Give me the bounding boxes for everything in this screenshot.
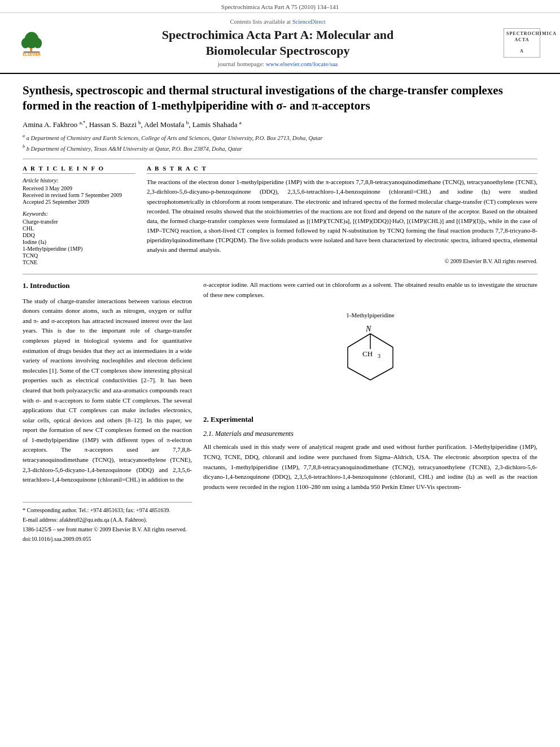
affiliation-b: b b Department of Chemistry, Texas A&M U… xyxy=(23,143,537,153)
svg-text:CH: CH xyxy=(362,350,373,358)
article-info-abstract-section: A R T I C L E I N F O Article history: R… xyxy=(23,165,537,266)
body-left-column: 1. Introduction The study of charge-tran… xyxy=(23,280,192,544)
svg-line-9 xyxy=(370,368,393,380)
svg-text:ELSEVIER: ELSEVIER xyxy=(23,53,41,56)
keyword-1: Charge-transfer xyxy=(23,219,135,225)
journal-citation: Spectrochimica Acta Part A 75 (2010) 134… xyxy=(221,3,339,10)
received-date: Received 3 May 2009 xyxy=(23,185,135,191)
divider-1 xyxy=(23,159,537,159)
section1-text: The study of charge-transfer interaction… xyxy=(23,296,192,485)
subsection2-1-title: 2.1. Materials and measurements xyxy=(203,429,537,439)
svg-point-4 xyxy=(34,38,42,48)
elsevier-logo-area: ELSEVIER xyxy=(11,29,52,57)
journal-center-info: Contents lists available at ScienceDirec… xyxy=(52,19,504,67)
keywords-label: Keywords: xyxy=(23,211,135,217)
spectrochimica-box: SPECTROCHIMICAACTAA xyxy=(504,28,540,58)
journal-title: Spectrochimica Acta Part A: Molecular an… xyxy=(52,27,504,58)
copyright-line: © 2009 Elsevier B.V. All rights reserved… xyxy=(147,258,537,264)
spectrochimica-logo-area: SPECTROCHIMICAACTAA xyxy=(504,28,543,58)
footnote-star: * Corresponding author. Tel.: +974 48516… xyxy=(23,506,192,514)
journal-citation-bar: Spectrochimica Acta Part A 75 (2010) 134… xyxy=(0,0,560,13)
article-title: Synthesis, spectroscopic and thermal str… xyxy=(23,83,537,114)
footnote-issn: 1386-1425/$ – see front matter © 2009 El… xyxy=(23,525,192,534)
keyword-4: Iodine (I₂) xyxy=(23,239,135,245)
affiliations-block: a a Department of Chemistry and Earth Sc… xyxy=(23,133,537,154)
abstract-heading: A B S T R A C T xyxy=(147,165,537,174)
page-container: Spectrochimica Acta Part A 75 (2010) 134… xyxy=(0,0,560,747)
abstract-text: The reactions of the electron donor 1-me… xyxy=(147,177,537,254)
svg-line-12 xyxy=(348,334,370,347)
contents-available-line: Contents lists available at ScienceDirec… xyxy=(52,19,504,25)
footnotes-area: * Corresponding author. Tel.: +974 48516… xyxy=(23,502,192,543)
section1-title: 1. Introduction xyxy=(23,280,192,291)
section2-title: 2. Experimental xyxy=(203,414,537,425)
accepted-date: Accepted 25 September 2009 xyxy=(23,199,135,205)
body-two-columns: 1. Introduction The study of charge-tran… xyxy=(23,280,537,544)
keyword-3: DDQ xyxy=(23,232,135,238)
abstract-column: A B S T R A C T The reactions of the ele… xyxy=(147,165,537,266)
journal-homepage-link[interactable]: www.elsevier.com/locate/saa xyxy=(266,60,338,67)
sciencedirect-link[interactable]: ScienceDirect xyxy=(292,19,326,25)
svg-line-10 xyxy=(348,368,370,380)
keyword-7: TCNE xyxy=(23,259,135,265)
footnote-doi: doi:10.1016/j.saa.2009.09.055 xyxy=(23,535,192,543)
divider-2 xyxy=(23,274,537,274)
keyword-2: CHL xyxy=(23,225,135,231)
authors-line: Amina A. Fakhroo a,*, Hassan S. Bazzi b,… xyxy=(23,120,537,129)
main-content: Synthesis, spectroscopic and thermal str… xyxy=(0,74,560,553)
svg-line-7 xyxy=(370,334,393,347)
affiliation-a: a a Department of Chemistry and Earth Sc… xyxy=(23,133,537,142)
footnote-email: E-mail address: afakhru02@qu.edu.qa (A.A… xyxy=(23,516,192,524)
section2-text: All chemicals used in this study were of… xyxy=(203,442,537,492)
article-info-column: A R T I C L E I N F O Article history: R… xyxy=(23,165,135,266)
molecule-label: 1-Methylpiperidine xyxy=(209,311,532,320)
journal-header: ELSEVIER Contents lists available at Sci… xyxy=(0,13,560,74)
section1-right-text: σ-acceptor iodine. All reactions were ca… xyxy=(203,280,537,300)
journal-homepage-line: journal homepage: www.elsevier.com/locat… xyxy=(52,60,504,67)
molecule-svg: N CH 3 xyxy=(320,324,421,397)
body-right-column: σ-acceptor iodine. All reactions were ca… xyxy=(203,280,537,544)
keyword-5: 1-Methylpiperidine (1MP) xyxy=(23,246,135,252)
svg-text:3: 3 xyxy=(378,353,380,359)
article-info-heading: A R T I C L E I N F O xyxy=(23,165,135,174)
keywords-section: Keywords: Charge-transfer CHL DDQ Iodine… xyxy=(23,211,135,265)
svg-text:N: N xyxy=(365,325,371,333)
history-label: Article history: xyxy=(23,177,135,184)
svg-point-3 xyxy=(21,38,30,48)
revised-date: Received in revised form 7 September 200… xyxy=(23,192,135,198)
elsevier-logo: ELSEVIER xyxy=(11,29,52,57)
keyword-6: TCNQ xyxy=(23,252,135,259)
molecule-structure-box: 1-Methylpiperidine N xyxy=(203,305,537,405)
